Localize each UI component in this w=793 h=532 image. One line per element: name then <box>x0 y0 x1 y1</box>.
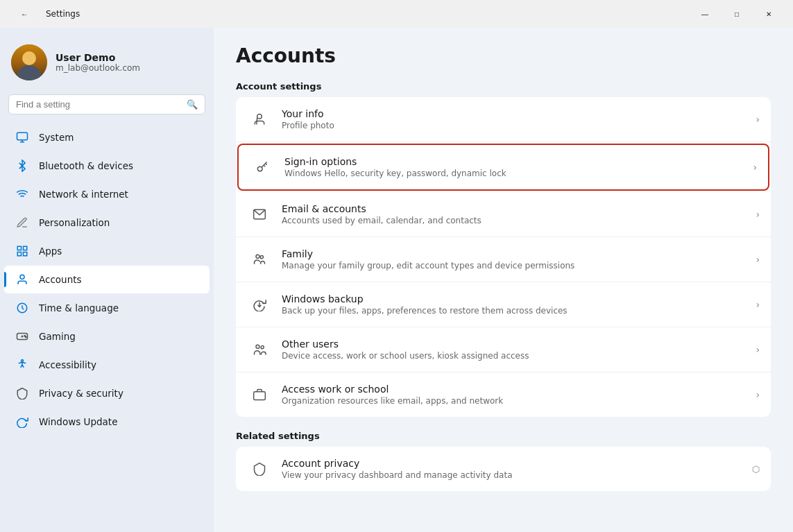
chevron-icon: › <box>756 389 760 400</box>
avatar-image <box>11 44 47 80</box>
setting-desc: Profile photo <box>282 121 750 130</box>
sidebar-item-label: Privacy & security <box>39 388 123 399</box>
email-icon <box>247 202 272 227</box>
search-box[interactable]: 🔍 <box>8 94 205 114</box>
setting-desc: Organization resources like email, apps,… <box>282 396 750 406</box>
setting-text: Email & accounts Accounts used by email,… <box>282 203 750 225</box>
titlebar-left: ← Settings <box>8 3 80 25</box>
related-section: Related settings Account privacy View yo… <box>236 431 771 491</box>
main-content: Accounts Account settings Your info Prof… <box>214 28 793 532</box>
settings-group: Your info Profile photo › Sign-in option… <box>236 97 771 417</box>
chevron-icon: › <box>756 209 760 220</box>
setting-item-work-school[interactable]: Access work or school Organization resou… <box>236 372 771 417</box>
setting-text: Windows backup Back up your files, apps,… <box>282 293 750 316</box>
related-settings-group: Account privacy View your privacy dashbo… <box>236 447 771 491</box>
svg-point-22 <box>256 255 259 258</box>
setting-item-other-users[interactable]: Other users Device access, work or schoo… <box>236 327 771 372</box>
account-settings-label: Account settings <box>236 81 771 92</box>
related-settings-label: Related settings <box>236 431 771 441</box>
setting-desc: Device access, work or school users, kio… <box>282 351 750 361</box>
time-icon <box>15 301 29 315</box>
sidebar-item-time[interactable]: Time & language <box>4 294 210 322</box>
sidebar-item-label: System <box>39 132 74 143</box>
user-email: m_lab@outlook.com <box>56 63 140 73</box>
sidebar-item-bluetooth[interactable]: Bluetooth & devices <box>4 152 210 180</box>
titlebar: ← Settings — □ ✕ <box>0 0 793 28</box>
page-title: Accounts <box>236 44 771 67</box>
svg-point-14 <box>22 360 24 362</box>
svg-rect-5 <box>17 252 21 256</box>
chevron-icon: › <box>753 162 757 173</box>
search-container: 🔍 <box>0 94 214 123</box>
svg-point-26 <box>261 346 264 349</box>
setting-desc: Back up your files, apps, preferences to… <box>282 306 750 316</box>
privacy-icon <box>15 386 29 400</box>
setting-name: Access work or school <box>282 384 750 395</box>
sidebar-item-label: Accounts <box>39 274 82 285</box>
setting-desc: View your privacy dashboard and manage a… <box>282 470 752 480</box>
person-icon <box>247 107 272 132</box>
sidebar-item-label: Bluetooth & devices <box>39 160 133 171</box>
related-item-account-privacy[interactable]: Account privacy View your privacy dashbo… <box>236 447 771 491</box>
bluetooth-icon <box>15 159 29 173</box>
setting-name: Your info <box>282 108 750 119</box>
sidebar-item-network[interactable]: Network & internet <box>4 180 210 208</box>
setting-desc: Manage your family group, edit account t… <box>282 261 750 271</box>
svg-point-7 <box>20 275 24 279</box>
backup-icon <box>247 292 272 317</box>
sidebar-item-label: Apps <box>39 246 62 257</box>
setting-text: Family Manage your family group, edit ac… <box>282 248 750 271</box>
network-icon <box>15 187 29 201</box>
shield-icon <box>247 456 272 481</box>
app-window: User Demo m_lab@outlook.com 🔍 System Blu… <box>0 28 793 532</box>
sidebar: User Demo m_lab@outlook.com 🔍 System Blu… <box>0 28 214 532</box>
sidebar-item-personalization[interactable]: Personalization <box>4 209 210 237</box>
sidebar-item-accounts[interactable]: Accounts <box>4 266 210 293</box>
svg-point-17 <box>257 166 262 171</box>
setting-text: Other users Device access, work or schoo… <box>282 338 750 361</box>
search-icon: 🔍 <box>187 99 198 110</box>
setting-name: Windows backup <box>282 293 750 304</box>
minimize-button[interactable]: — <box>689 3 721 25</box>
update-icon <box>15 415 29 429</box>
setting-text: Access work or school Organization resou… <box>282 384 750 406</box>
sidebar-item-apps[interactable]: Apps <box>4 237 210 265</box>
briefcase-icon <box>247 382 272 407</box>
chevron-icon: › <box>756 254 760 265</box>
svg-rect-4 <box>24 246 27 250</box>
sidebar-item-update[interactable]: Windows Update <box>4 408 210 436</box>
personalization-icon <box>15 216 29 230</box>
chevron-icon: › <box>756 114 760 125</box>
close-button[interactable]: ✕ <box>753 3 785 25</box>
apps-icon <box>15 244 29 258</box>
user-profile[interactable]: User Demo m_lab@outlook.com <box>0 36 214 94</box>
sidebar-item-label: Accessibility <box>39 359 96 370</box>
maximize-button[interactable]: □ <box>721 3 753 25</box>
sidebar-item-gaming[interactable]: Gaming <box>4 323 210 350</box>
sidebar-item-privacy[interactable]: Privacy & security <box>4 379 210 407</box>
user-info: User Demo m_lab@outlook.com <box>56 52 140 73</box>
setting-desc: Accounts used by email, calendar, and co… <box>282 216 750 225</box>
sidebar-item-label: Network & internet <box>39 189 128 200</box>
svg-rect-0 <box>17 132 28 140</box>
setting-item-your-info[interactable]: Your info Profile photo › <box>236 97 771 142</box>
avatar <box>11 44 47 80</box>
setting-item-family[interactable]: Family Manage your family group, edit ac… <box>236 237 771 282</box>
family-icon <box>247 247 272 272</box>
setting-item-backup[interactable]: Windows backup Back up your files, apps,… <box>236 282 771 327</box>
sidebar-item-accessibility[interactable]: Accessibility <box>4 351 210 379</box>
svg-point-25 <box>256 345 259 348</box>
setting-item-sign-in[interactable]: Sign-in options Windows Hello, security … <box>237 144 769 191</box>
search-input[interactable] <box>16 99 181 110</box>
sidebar-item-system[interactable]: System <box>4 123 210 151</box>
other-users-icon <box>247 337 272 362</box>
svg-point-23 <box>260 256 263 259</box>
setting-text: Sign-in options Windows Hello, security … <box>284 156 747 178</box>
back-button[interactable]: ← <box>8 3 40 25</box>
key-icon <box>250 155 275 180</box>
accessibility-icon <box>15 358 29 372</box>
svg-point-13 <box>26 336 27 338</box>
svg-rect-27 <box>254 392 266 400</box>
setting-item-email[interactable]: Email & accounts Accounts used by email,… <box>236 192 771 237</box>
svg-line-19 <box>266 164 267 165</box>
